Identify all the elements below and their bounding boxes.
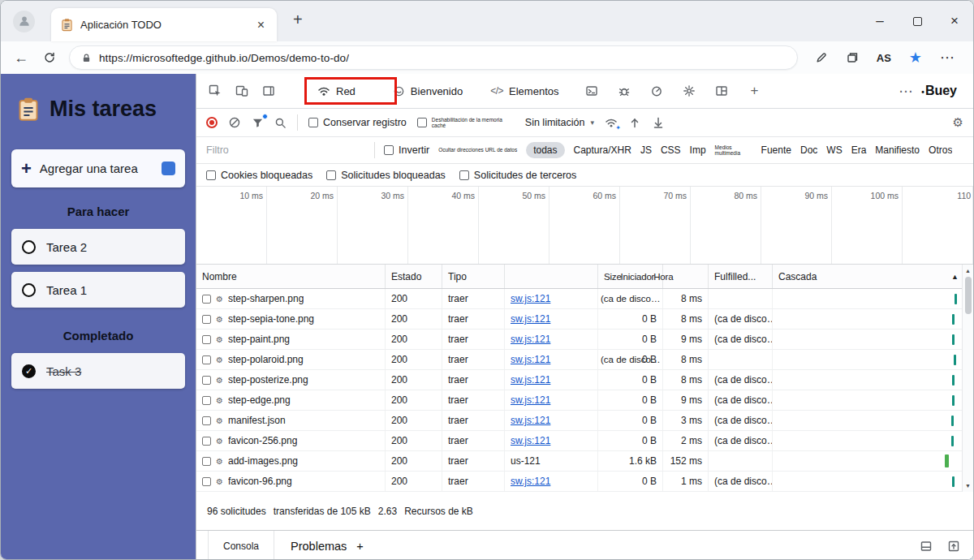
- refresh-icon[interactable]: [41, 51, 58, 64]
- tab-welcome[interactable]: Bienvenido: [385, 74, 471, 108]
- network-request-row[interactable]: ⚙ favicon-96.png 200 traer sw.js:121 0 B…: [196, 472, 964, 492]
- task-checkbox[interactable]: ✓: [22, 364, 36, 378]
- settings-gear-icon[interactable]: [677, 79, 701, 103]
- import-har-icon[interactable]: [628, 116, 641, 129]
- task-item[interactable]: ✓Task 3: [11, 353, 185, 389]
- filter-pill[interactable]: Otros: [929, 144, 952, 156]
- drawer-tab-console[interactable]: Consola: [208, 531, 274, 560]
- new-tab-button[interactable]: +: [293, 11, 303, 29]
- profile-initials[interactable]: AS: [877, 52, 891, 64]
- console-dock-icon[interactable]: [920, 540, 933, 553]
- request-name[interactable]: step-edge.png: [228, 394, 291, 406]
- request-checkbox[interactable]: [202, 315, 211, 324]
- preserve-log-checkbox[interactable]: Conservar registro: [308, 117, 407, 128]
- filter-pill[interactable]: todas: [526, 142, 564, 158]
- task-item[interactable]: Tarea 2: [11, 229, 185, 265]
- filter-pill[interactable]: Captura/XHR: [574, 144, 631, 156]
- network-request-row[interactable]: ⚙ step-paint.png 200 traer sw.js:121 0 B…: [196, 330, 964, 350]
- initiator-link[interactable]: sw.js:121: [511, 394, 550, 406]
- column-header-fulfilled[interactable]: Fulfilled...: [709, 265, 773, 288]
- column-header-waterfall[interactable]: Cascada ▲: [773, 265, 964, 288]
- browser-menu-icon[interactable]: ⋯: [940, 49, 955, 67]
- request-checkbox[interactable]: [202, 477, 211, 486]
- request-name[interactable]: manifest.json: [228, 415, 286, 426]
- filter-pill[interactable]: Era: [851, 144, 867, 156]
- network-overview-timeline[interactable]: 10 ms20 ms30 ms40 ms50 ms60 ms70 ms80 ms…: [196, 187, 973, 265]
- disable-cache-checkbox[interactable]: Deshabilitación de la memoria caché: [417, 117, 515, 129]
- export-har-icon[interactable]: [652, 116, 665, 129]
- filter-pill[interactable]: WS: [826, 144, 842, 156]
- collections-icon[interactable]: [846, 51, 859, 64]
- url-text[interactable]: https://microsoftedge.github.io/Demos/de…: [99, 52, 349, 64]
- bug-icon[interactable]: [612, 79, 636, 103]
- request-name[interactable]: step-sharpen.png: [228, 293, 304, 304]
- expand-panel-icon[interactable]: [947, 540, 960, 553]
- network-request-row[interactable]: ⚙ manifest.json 200 traer sw.js:121 0 B …: [196, 411, 964, 431]
- device-emulation-icon[interactable]: [230, 79, 254, 103]
- network-request-row[interactable]: ⚙ add-images.png 200 traer us-121 1.6 kB…: [196, 451, 964, 472]
- back-icon[interactable]: ←: [12, 50, 30, 67]
- request-name[interactable]: add-images.png: [228, 455, 298, 467]
- record-icon[interactable]: [206, 117, 218, 128]
- task-checkbox[interactable]: [22, 240, 36, 254]
- scroll-down-icon[interactable]: ▼: [965, 480, 971, 492]
- drawer-add-tab-button[interactable]: +: [356, 540, 363, 553]
- table-scrollbar[interactable]: ▲ ▼: [962, 265, 973, 492]
- edit-icon[interactable]: [815, 51, 828, 64]
- task-checkbox[interactable]: [22, 283, 36, 297]
- layout-icon[interactable]: [709, 79, 734, 103]
- network-request-row[interactable]: ⚙ step-sharpen.png 200 traer sw.js:121 (…: [196, 289, 964, 309]
- invert-checkbox[interactable]: Invertir: [384, 144, 429, 156]
- filter-pill[interactable]: Imp: [690, 144, 706, 156]
- checkbox-icon[interactable]: [417, 118, 427, 127]
- scroll-up-icon[interactable]: ▲: [965, 265, 971, 277]
- request-checkbox[interactable]: [202, 355, 211, 364]
- filter-input[interactable]: Filtro: [206, 144, 365, 156]
- request-name[interactable]: step-paint.png: [228, 334, 290, 345]
- filter-pill[interactable]: Medios multimedia: [715, 144, 752, 157]
- window-maximize-button[interactable]: [899, 1, 936, 41]
- inspect-icon[interactable]: [203, 79, 227, 103]
- tab-close-icon[interactable]: ×: [255, 18, 267, 32]
- network-request-row[interactable]: ⚙ favicon-256.png 200 traer sw.js:121 0 …: [196, 431, 964, 451]
- filter-pill[interactable]: Fuente: [761, 144, 791, 156]
- favorites-star-icon[interactable]: ★: [909, 49, 922, 67]
- window-minimize-button[interactable]: –: [861, 1, 899, 41]
- tab-elements[interactable]: </> Elementos: [482, 74, 567, 108]
- checkbox-icon[interactable]: [308, 118, 318, 127]
- request-checkbox[interactable]: [202, 335, 211, 344]
- add-task-button[interactable]: + Agregar una tarea: [11, 149, 185, 187]
- checkbox-icon[interactable]: [326, 170, 336, 180]
- filter-pill[interactable]: Doc: [800, 144, 817, 156]
- task-item[interactable]: Tarea 1: [11, 272, 185, 308]
- request-name[interactable]: favicon-256.png: [228, 435, 297, 446]
- tab-network[interactable]: Red: [309, 74, 364, 108]
- column-header-status[interactable]: Estado: [386, 265, 442, 288]
- request-name[interactable]: step-posterize.png: [228, 374, 308, 386]
- checkbox-icon[interactable]: [206, 170, 216, 180]
- browser-tab[interactable]: Aplicación TODO ×: [51, 8, 277, 41]
- dock-panel-icon[interactable]: [256, 79, 281, 103]
- request-checkbox[interactable]: [202, 396, 211, 405]
- column-header-initiator[interactable]: [505, 265, 598, 288]
- request-checkbox[interactable]: [202, 437, 211, 446]
- window-close-button[interactable]: ×: [936, 1, 973, 41]
- initiator-link[interactable]: sw.js:121: [511, 354, 550, 365]
- request-checkbox[interactable]: [202, 376, 211, 385]
- network-request-row[interactable]: ⚙ step-polaroid.png 200 traer sw.js:121 …: [196, 350, 964, 370]
- network-conditions-icon[interactable]: ✦: [605, 116, 618, 129]
- scrollbar-thumb[interactable]: [965, 277, 972, 314]
- blocked-filter-checkbox[interactable]: Solicitudes de terceros: [459, 170, 576, 181]
- initiator-link[interactable]: sw.js:121: [511, 476, 550, 487]
- initiator-link[interactable]: sw.js:121: [511, 334, 550, 345]
- initiator-link[interactable]: sw.js:121: [511, 435, 550, 446]
- network-settings-gear-icon[interactable]: ⚙: [953, 115, 963, 130]
- clear-icon[interactable]: [228, 116, 241, 129]
- filter-icon[interactable]: [252, 117, 264, 129]
- hide-data-urls-label[interactable]: Ocultar direcciones URL de datos: [438, 147, 517, 153]
- column-header-type[interactable]: Tipo: [442, 265, 505, 288]
- request-checkbox[interactable]: [202, 416, 211, 425]
- request-name[interactable]: favicon-96.png: [228, 476, 292, 487]
- network-request-row[interactable]: ⚙ step-sepia-tone.png 200 traer sw.js:12…: [196, 309, 964, 330]
- network-request-row[interactable]: ⚙ step-edge.png 200 traer sw.js:121 0 B …: [196, 390, 964, 411]
